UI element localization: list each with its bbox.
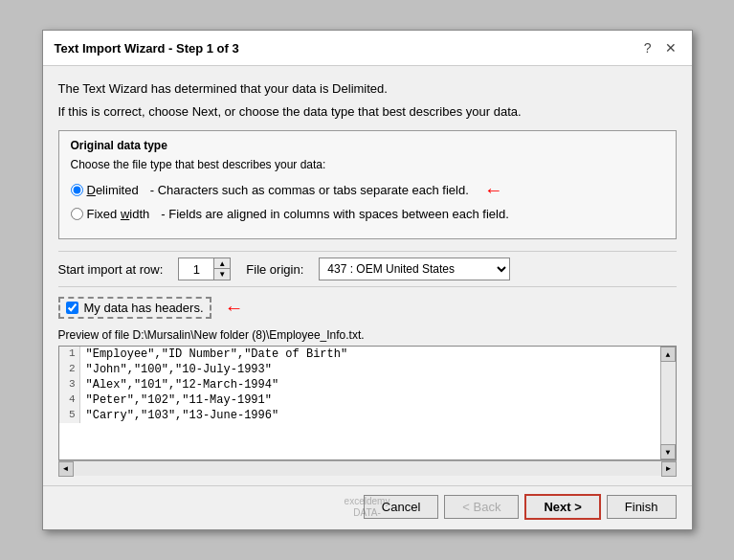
horizontal-scrollbar[interactable]: ◄ ►: [58, 460, 677, 476]
preview-line-2: 2 "John","100","10-July-1993": [59, 362, 660, 377]
spin-buttons: ▲ ▼: [213, 258, 230, 280]
delimited-arrow: ←: [484, 179, 503, 201]
title-bar-buttons: ? ✕: [640, 38, 680, 57]
line-content-2: "John","100","10-July-1993": [80, 362, 278, 377]
delimited-description: - Characters such as commas or tabs sepa…: [150, 183, 469, 197]
watermark: exceldemy DATA-: [345, 496, 390, 519]
description-line2: If this is correct, choose Next, or choo…: [58, 102, 677, 122]
scroll-down-arrow[interactable]: ▼: [660, 444, 676, 459]
watermark-line2: DATA-: [345, 507, 390, 519]
back-button[interactable]: < Back: [444, 495, 519, 519]
scroll-up-arrow[interactable]: ▲: [660, 347, 676, 362]
spin-down-button[interactable]: ▼: [214, 269, 230, 280]
close-button[interactable]: ✕: [661, 38, 680, 57]
help-button[interactable]: ?: [640, 38, 656, 57]
preview-line-3: 3 "Alex","101","12-March-1994": [59, 377, 660, 392]
original-data-type-group: Original data type Choose the file type …: [58, 130, 677, 239]
next-button[interactable]: Next >: [524, 494, 600, 520]
group-sub-label: Choose the file type that best describes…: [71, 158, 664, 171]
headers-arrow: ←: [225, 297, 244, 319]
delimited-text: Delimited: [87, 183, 139, 197]
fixed-width-row: Fixed width - Fields are aligned in colu…: [71, 207, 664, 221]
preview-label: Preview of file D:\Mursalin\New folder (…: [58, 328, 677, 342]
headers-row: My data has headers. ←: [58, 297, 677, 319]
start-row-input[interactable]: 1: [179, 258, 213, 280]
fixed-width-label[interactable]: Fixed width: [71, 207, 150, 221]
start-row-label: Start import at row:: [58, 262, 164, 277]
watermark-line1: exceldemy: [345, 496, 390, 507]
line-content-5: "Carry","103","13-June-1996": [80, 408, 285, 423]
dialog-title: Text Import Wizard - Step 1 of 3: [55, 41, 239, 56]
headers-text: My data has headers.: [84, 301, 204, 315]
start-row-spinbox: 1 ▲ ▼: [178, 258, 231, 280]
dialog-window: Text Import Wizard - Step 1 of 3 ? ✕ The…: [42, 30, 693, 530]
line-num-2: 2: [59, 362, 80, 377]
file-origin-select[interactable]: 437 : OEM United States 65001 : Unicode …: [319, 258, 510, 280]
line-num-3: 3: [59, 377, 80, 392]
vertical-scrollbar[interactable]: ▲ ▼: [660, 347, 676, 459]
scroll-track-h[interactable]: [74, 461, 661, 476]
fixed-width-text: Fixed width: [87, 207, 150, 221]
title-bar: Text Import Wizard - Step 1 of 3 ? ✕: [43, 31, 692, 66]
delimited-row: Delimited - Characters such as commas or…: [71, 179, 664, 201]
preview-section: Preview of file D:\Mursalin\New folder (…: [58, 328, 677, 476]
preview-lines: 1 "Employee","ID Number","Date of Birth"…: [59, 347, 660, 459]
fixed-width-description: - Fields are aligned in columns with spa…: [161, 207, 508, 221]
finish-button[interactable]: Finish: [607, 495, 677, 519]
delimited-radio[interactable]: [71, 184, 83, 196]
group-label: Original data type: [71, 139, 664, 152]
file-origin-label: File origin:: [246, 262, 303, 277]
preview-line-1: 1 "Employee","ID Number","Date of Birth": [59, 347, 660, 362]
line-num-4: 4: [59, 392, 80, 408]
scroll-track-v[interactable]: [661, 362, 676, 444]
line-content-3: "Alex","101","12-March-1994": [80, 377, 285, 392]
delimited-label[interactable]: Delimited: [71, 183, 139, 197]
preview-line-4: 4 "Peter","102","11-May-1991": [59, 392, 660, 408]
line-num-5: 5: [59, 408, 80, 423]
line-content-1: "Employee","ID Number","Date of Birth": [80, 347, 354, 362]
fixed-width-radio[interactable]: [71, 208, 83, 220]
preview-box: 1 "Employee","ID Number","Date of Birth"…: [58, 346, 677, 460]
scroll-right-arrow[interactable]: ►: [661, 461, 677, 477]
dialog-content: The Text Wizard has determined that your…: [43, 66, 692, 485]
row-settings: Start import at row: 1 ▲ ▼ File origin: …: [58, 251, 677, 287]
headers-checkbox[interactable]: [66, 302, 78, 314]
line-num-1: 1: [59, 347, 80, 362]
headers-dashed-box: My data has headers.: [58, 297, 211, 319]
description-line1: The Text Wizard has determined that your…: [58, 79, 677, 99]
scroll-left-arrow[interactable]: ◄: [58, 461, 74, 477]
line-content-4: "Peter","102","11-May-1991": [80, 392, 278, 408]
preview-line-5: 5 "Carry","103","13-June-1996": [59, 408, 660, 423]
spin-up-button[interactable]: ▲: [214, 258, 230, 269]
button-bar: exceldemy DATA- Cancel < Back Next > Fin…: [43, 485, 692, 529]
headers-label[interactable]: My data has headers.: [66, 301, 204, 315]
